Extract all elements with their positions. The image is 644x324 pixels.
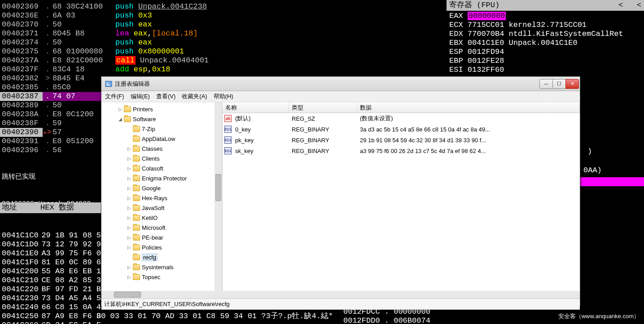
register-row[interactable]: EBP 0012FE28 [449, 57, 644, 66]
binary-icon: 011 [224, 147, 232, 154]
dump-row[interactable]: 0041C2606D 24 EC EA E [0, 321, 101, 324]
menu-item[interactable]: 帮助(H) [214, 93, 233, 100]
stack-frag-2: 0AA) [583, 166, 602, 175]
register-row[interactable]: EBX 0041C1E0 Unpack.0041C1E0 [449, 39, 644, 48]
register-row[interactable]: EDX 770070B4 ntdll.KiFastSystemCallRet [449, 30, 644, 39]
menu-item[interactable]: 收藏夹(A) [182, 93, 207, 100]
highlighted-return [580, 177, 644, 186]
folder-icon [133, 245, 140, 250]
disasm-row[interactable]: 00402369.68 38C24100push Unpack.0041C238 [0, 2, 296, 11]
watermark: 安全客（www.anquanke.com） [558, 312, 640, 320]
folder-icon [133, 175, 140, 181]
tree-item[interactable]: ▷JavaSoft [101, 203, 222, 213]
register-row[interactable]: ESI 0132FF60 [449, 66, 644, 74]
tree-item[interactable]: ▷Google [101, 183, 222, 193]
tree-item[interactable]: recfg [101, 252, 222, 262]
register-row[interactable]: ECX 7715CC01 kernel32.7715CC01 [449, 21, 644, 30]
window-title: 注册表编辑器 [115, 80, 540, 88]
regedit-window: 注册表编辑器 ─ ☐ ✕ 文件(F)编辑(E)查看(V)收藏夹(A)帮助(H) … [101, 76, 580, 306]
folder-icon [133, 195, 140, 201]
hex-dump-panel: 地址 HEX 数据 0041C1C029 1B 91 08 50041C1D07… [0, 184, 101, 324]
tree-scrollbar[interactable] [215, 102, 222, 291]
disasm-row[interactable]: 00402375.68 01000080push 0x80000001 [0, 47, 296, 56]
tree-item[interactable]: ▷Colasoft [101, 163, 222, 173]
col-name[interactable]: 名称 [223, 102, 289, 113]
tree-item[interactable]: ▷Hex-Rays [101, 193, 222, 203]
menubar: 文件(F)编辑(E)查看(V)收藏夹(A)帮助(H) [101, 91, 580, 102]
tree-item[interactable]: ▷PE-bear [101, 232, 222, 242]
tree-item[interactable]: ◢Software [101, 114, 222, 124]
dump-addr-header: 地址 [0, 203, 40, 212]
tree-item[interactable]: ▷KetilO [101, 213, 222, 223]
disasm-row[interactable]: 00402371.8D45 B8lea eax,[local.18] [0, 29, 296, 38]
folder-icon [133, 156, 140, 162]
stack-frag-1: ) [587, 147, 592, 156]
disasm-row[interactable]: 00402370.50push eax [0, 20, 296, 29]
disasm-row[interactable]: 00402374.50push eax [0, 38, 296, 47]
disasm-row[interactable]: 0040237F.83C4 18add esp,0x18 [0, 65, 296, 74]
disasm-row[interactable]: 0040237A.E8 821C0000call Unpack.00404001 [0, 56, 296, 65]
dump-row[interactable]: 0041C20055 A8 E6 EB 1 [0, 267, 101, 276]
statusbar: 计算机\HKEY_CURRENT_USER\Software\recfg [101, 298, 580, 310]
folder-icon [133, 215, 140, 221]
tree-item[interactable]: ▷Clients [101, 153, 222, 163]
dump-row[interactable]: 0041C24066 C8 15 0A 4 [0, 303, 101, 312]
value-row[interactable]: ab(默认)REG_SZ(数值未设置) [223, 113, 580, 124]
menu-item[interactable]: 文件(F) [105, 93, 124, 100]
col-data[interactable]: 数据 [357, 102, 580, 113]
dump-row[interactable]: 0041C210CE 08 A2 85 3 [0, 276, 101, 285]
value-row[interactable]: 0110_keyREG_BINARY3a d3 ac 5b 15 c4 a5 8… [223, 124, 580, 135]
tree-item[interactable]: ▷Printers [101, 104, 222, 114]
value-row[interactable]: 011sk_keyREG_BINARYa3 99 75 f6 00 26 2d … [223, 145, 580, 156]
value-row[interactable]: 011pk_keyREG_BINARY29 1b 91 08 54 59 4c … [223, 135, 580, 145]
stack-row[interactable]: 0012FDD0 . 006B0074 [343, 316, 430, 324]
registry-tree[interactable]: ▷Printers◢Software7-ZipAppDataLow▷Classe… [101, 102, 223, 291]
registry-values[interactable]: 名称 类型 数据 ab(默认)REG_SZ(数值未设置)0110_keyREG_… [223, 102, 580, 291]
dump-row[interactable]: 0041C1D073 12 79 92 9 [0, 240, 101, 249]
folder-icon [124, 106, 131, 112]
folder-icon [133, 274, 140, 280]
close-button[interactable]: ✕ [565, 79, 579, 89]
tree-item[interactable]: AppDataLow [101, 134, 222, 144]
dump-row[interactable]: 0041C220BF 97 FD 21 B [0, 285, 101, 294]
tree-item[interactable]: ▷Topsec [101, 272, 222, 282]
dump-row[interactable]: 0041C1E0A3 99 75 F6 0 [0, 249, 101, 258]
tree-item[interactable]: ▷Sysinternals [101, 262, 222, 272]
folder-icon [133, 146, 140, 152]
folder-icon [133, 205, 140, 211]
tree-item[interactable]: ▷Policies [101, 242, 222, 252]
disasm-row[interactable]: 0040236E.6A 03push 0x3 [0, 11, 296, 20]
tree-item[interactable]: ▷Classes [101, 144, 222, 153]
svg-rect-0 [105, 81, 112, 87]
dump-row[interactable]: 0041C1F081 E0 0C 89 6 [0, 258, 101, 267]
menu-item[interactable]: 编辑(E) [131, 93, 150, 100]
col-type[interactable]: 类型 [289, 102, 357, 113]
registers-nav[interactable]: < < [618, 1, 641, 10]
folder-icon [133, 126, 140, 132]
registers-panel: 寄存器 (FPU) < < EAX 00000000ECX 7715CC01 k… [447, 0, 644, 75]
tree-item[interactable]: ▷Microsoft [101, 223, 222, 232]
dump-hex-header: HEX 数据 [40, 203, 74, 212]
registers-title: 寄存器 (FPU) [449, 1, 499, 10]
binary-icon: 011 [224, 126, 232, 133]
svg-rect-2 [106, 84, 110, 85]
menu-item[interactable]: 查看(V) [156, 93, 175, 100]
register-row[interactable]: ESP 0012FD94 [449, 48, 644, 57]
register-row[interactable]: EAX 00000000 [449, 12, 644, 21]
dump-row[interactable]: 0041C1C029 1B 91 08 5 [0, 231, 101, 240]
folder-icon [133, 225, 140, 231]
folder-icon [124, 116, 131, 122]
svg-rect-1 [106, 83, 108, 83]
folder-icon [133, 254, 140, 260]
tree-hscroll[interactable] [101, 291, 580, 298]
minimize-button[interactable]: ─ [539, 79, 553, 89]
dump-row[interactable]: 0041C23073 D4 A5 A4 5 [0, 294, 101, 303]
maximize-button[interactable]: ☐ [552, 79, 566, 89]
dump-row[interactable]: 0041C25087 A9 E8 F6 3 [0, 312, 101, 321]
folder-icon [133, 235, 140, 241]
binary-icon: 011 [224, 136, 232, 144]
titlebar[interactable]: 注册表编辑器 ─ ☐ ✕ [101, 77, 580, 91]
regedit-icon [105, 80, 112, 88]
tree-item[interactable]: 7-Zip [101, 124, 222, 134]
tree-item[interactable]: ▷Enigma Protector [101, 173, 222, 183]
